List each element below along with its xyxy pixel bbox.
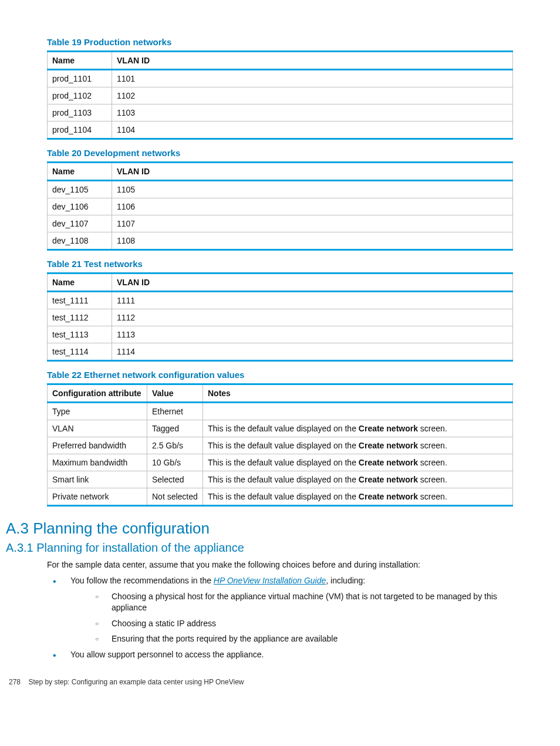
table-row: prod_11031103	[48, 104, 513, 121]
table-header: Configuration attribute	[48, 384, 147, 403]
table-22-caption: Table 22 Ethernet network configuration …	[47, 370, 513, 380]
page-number: 278	[9, 678, 21, 686]
footer-title: Step by step: Configuring an example dat…	[28, 678, 244, 686]
table-row: test_11111111	[48, 292, 513, 309]
table-19-caption: Table 19 Production networks	[47, 37, 513, 47]
table-row: test_11141114	[48, 343, 513, 361]
table-row: test_11121112	[48, 309, 513, 326]
table-header: Notes	[203, 384, 513, 403]
table-header: Value	[147, 384, 203, 403]
table-row: prod_11041104	[48, 121, 513, 139]
table-row: prod_11011101	[48, 70, 513, 87]
table-header: VLAN ID	[112, 52, 513, 70]
intro-paragraph: For the sample data center, assume that …	[47, 559, 513, 571]
table-header: Name	[48, 274, 112, 292]
table-row: dev_11061106	[48, 198, 513, 215]
table-20: Name VLAN ID dev_11051105 dev_11061106 d…	[47, 161, 513, 251]
table-row: Preferred bandwidth 2.5 Gb/s This is the…	[48, 437, 513, 454]
table-row: dev_11051105	[48, 181, 513, 198]
table-21: Name VLAN ID test_11111111 test_11121112…	[47, 272, 513, 362]
table-row: Type Ethernet	[48, 403, 513, 420]
installation-guide-link[interactable]: HP OneView Installation Guide	[214, 576, 326, 585]
list-item: You allow support personnel to access th…	[47, 649, 513, 660]
table-header: VLAN ID	[112, 274, 513, 292]
table-22: Configuration attribute Value Notes Type…	[47, 383, 513, 507]
section-heading-a3: A.3 Planning the configuration	[6, 519, 513, 538]
table-row: Smart link Selected This is the default …	[48, 471, 513, 488]
table-header: Name	[48, 52, 112, 70]
table-19: Name VLAN ID prod_11011101 prod_11021102…	[47, 50, 513, 140]
table-21-caption: Table 21 Test networks	[47, 259, 513, 269]
list-item: Choosing a static IP address	[70, 618, 513, 629]
bullet-list: You follow the recommendations in the HP…	[47, 575, 513, 660]
table-header: VLAN ID	[112, 163, 513, 181]
table-header: Name	[48, 163, 112, 181]
list-item: Choosing a physical host for the applian…	[70, 591, 513, 613]
table-row: prod_11021102	[48, 87, 513, 104]
table-row: test_11131113	[48, 326, 513, 343]
table-row: VLAN Tagged This is the default value di…	[48, 420, 513, 437]
sub-bullet-list: Choosing a physical host for the applian…	[70, 591, 513, 645]
subsection-heading-a31: A.3.1 Planning for installation of the a…	[6, 541, 513, 555]
table-row: Private network Not selected This is the…	[48, 488, 513, 506]
list-item: Ensuring that the ports required by the …	[70, 633, 513, 644]
list-item: You follow the recommendations in the HP…	[47, 575, 513, 644]
table-20-caption: Table 20 Development networks	[47, 148, 513, 158]
table-row: dev_11071107	[48, 215, 513, 232]
table-row: Maximum bandwidth 10 Gb/s This is the de…	[48, 454, 513, 471]
table-row: dev_11081108	[48, 232, 513, 250]
page-footer: 278 Step by step: Configuring an example…	[47, 678, 513, 686]
